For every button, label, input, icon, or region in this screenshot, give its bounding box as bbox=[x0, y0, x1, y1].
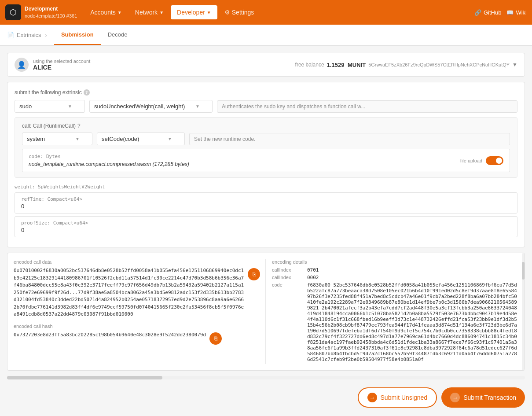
avatar: 👤 bbox=[15, 58, 29, 72]
tab-decode[interactable]: Decode bbox=[101, 25, 135, 45]
nav-accounts[interactable]: Accounts ▼ bbox=[84, 5, 128, 19]
github-icon: 🔗 bbox=[474, 9, 481, 16]
scrollbar-thumb bbox=[522, 262, 525, 280]
call-data-label: encoded call data bbox=[14, 259, 260, 265]
copy-call-hash-button[interactable]: ⎘ bbox=[209, 332, 222, 345]
call-data-value: 0x07010002f6830a0052bc537646db8e0528b52f… bbox=[14, 267, 244, 318]
encoded-left: encoded call data 0x07010002f6830a0052bc… bbox=[14, 259, 260, 364]
inner-call-form: call: Call (RuntimeCall) ? system ▼ setC… bbox=[15, 117, 517, 178]
code-val: f6830a00 52bc537646db8e0528b52ffd0058a41… bbox=[307, 282, 518, 362]
app-name: Development bbox=[25, 6, 77, 13]
tabs-bar: 📄 Extrinsics › Submission Decode bbox=[0, 25, 532, 46]
ref-time-field: refTime: Compact<u64> 0 bbox=[15, 192, 517, 214]
account-row: 👤 using the selected account ALICE free … bbox=[7, 53, 525, 77]
account-balance: 1.1529 MUNIT bbox=[327, 62, 366, 68]
submit-unsigned-button[interactable]: → Submit Unsigned bbox=[358, 387, 437, 408]
account-chevron-icon[interactable]: ▼ bbox=[512, 62, 517, 68]
scrollbar[interactable] bbox=[522, 253, 525, 370]
logo-icon: ⬡ bbox=[5, 4, 21, 20]
code-value: node_template_runtime.compact.compressed… bbox=[29, 161, 189, 167]
main-content: 👤 using the selected account ALICE free … bbox=[0, 46, 532, 416]
proof-size-value[interactable]: 0 bbox=[21, 227, 511, 233]
tab-submission[interactable]: Submission bbox=[54, 25, 101, 45]
call-index-2-key: callIndex bbox=[272, 275, 303, 280]
free-balance-label: free balance bbox=[295, 62, 324, 68]
call-select[interactable]: sudoUncheckedWeight(call, weight) ▼ bbox=[89, 100, 213, 113]
accounts-chevron-icon: ▼ bbox=[117, 10, 122, 15]
encoded-section: encoded call data 0x07010002f6830a0052bc… bbox=[7, 253, 525, 371]
extrinsic-form: submit the following extrinsic ? sudo ▼ … bbox=[7, 82, 525, 247]
code-key: code bbox=[272, 282, 303, 287]
submit-transaction-icon: → bbox=[450, 393, 460, 402]
inner-help-icon[interactable]: ? bbox=[77, 123, 81, 129]
call-hash-value: 0x7327203e8d23ff5a83bc202285c198b054b964… bbox=[14, 331, 206, 339]
nav-network[interactable]: Network ▼ bbox=[129, 5, 170, 19]
pallet-row: sudo ▼ sudoUncheckedWeight(call, weight)… bbox=[15, 100, 517, 113]
call-hash-label: encoded call hash bbox=[14, 324, 260, 329]
code-label: code: Bytes bbox=[29, 154, 189, 159]
inner-call-chevron-icon: ▼ bbox=[168, 136, 172, 141]
submit-transaction-button[interactable]: → Submit Transaction bbox=[441, 387, 525, 408]
breadcrumb[interactable]: 📄 Extrinsics bbox=[7, 32, 41, 38]
nav-items: Accounts ▼ Network ▼ Developer ▼ ⚙ Setti… bbox=[84, 5, 474, 19]
account-name: ALICE bbox=[33, 64, 90, 71]
inner-pallet-select[interactable]: system ▼ bbox=[22, 133, 92, 145]
inner-call-select[interactable]: setCode(code) ▼ bbox=[97, 133, 185, 145]
horizontal-scrollbar-thumb bbox=[7, 376, 162, 379]
copy-call-data-button[interactable]: ⎘ bbox=[248, 268, 260, 280]
extrinsic-section-label: submit the following extrinsic bbox=[15, 89, 82, 96]
call-index-1-key: callIndex bbox=[272, 267, 303, 272]
developer-chevron-icon: ▼ bbox=[207, 10, 211, 15]
encoding-details: encoding details callIndex 0701 callInde… bbox=[265, 259, 518, 364]
inner-call-label: call: Call (RuntimeCall) bbox=[22, 123, 76, 129]
inner-pallet-row: system ▼ setCode(code) ▼ Set the new run… bbox=[22, 133, 510, 145]
account-label: using the selected account bbox=[33, 59, 90, 64]
account-address: 5GrwvaEF5zXb26Fz9rcQpDWS57CtERHpNehXCPcN… bbox=[368, 62, 510, 67]
breadcrumb-sep: › bbox=[45, 31, 47, 39]
proof-size-field: proofSize: Compact<u64> 0 bbox=[15, 216, 517, 237]
bottom-actions: → Submit Unsigned → Submit Transaction bbox=[7, 382, 525, 413]
nav-github[interactable]: 🔗 GitHub bbox=[474, 9, 501, 16]
inner-call-description: Set the new runtime code. bbox=[189, 133, 510, 145]
call-chevron-icon: ▼ bbox=[195, 104, 200, 109]
horizontal-scrollbar[interactable] bbox=[7, 376, 525, 379]
ref-time-value[interactable]: 0 bbox=[21, 203, 511, 210]
extrinsics-icon: 📄 bbox=[7, 32, 14, 38]
top-nav: ⬡ Development node-template/100 #361 Acc… bbox=[0, 0, 532, 25]
proof-size-label: proofSize: Compact<u64> bbox=[21, 220, 511, 226]
call-description: Authenticates the sudo key and dispatche… bbox=[217, 100, 517, 113]
submit-unsigned-icon: → bbox=[367, 393, 377, 402]
settings-icon: ⚙ bbox=[224, 9, 230, 16]
app-sub: node-template/100 #361 bbox=[25, 13, 77, 19]
tab-list: Submission Decode bbox=[54, 25, 135, 45]
inner-pallet-chevron-icon: ▼ bbox=[75, 136, 80, 141]
file-upload-label: file upload bbox=[460, 158, 482, 163]
wiki-icon: 📖 bbox=[506, 9, 514, 16]
encoding-details-label: encoding details bbox=[272, 259, 518, 265]
nav-right: 🔗 GitHub 📖 Wiki bbox=[474, 9, 527, 16]
help-icon[interactable]: ? bbox=[84, 89, 90, 96]
file-upload-toggle[interactable] bbox=[486, 156, 503, 165]
nav-wiki[interactable]: 📖 Wiki bbox=[506, 9, 527, 16]
call-hash-block: encoded call hash 0x7327203e8d23ff5a83bc… bbox=[14, 324, 260, 345]
weight-label: weight: SpWeightsWeightV2Weight bbox=[15, 181, 517, 192]
network-chevron-icon: ▼ bbox=[159, 10, 164, 15]
nav-settings[interactable]: ⚙ Settings bbox=[218, 5, 260, 19]
pallet-chevron-icon: ▼ bbox=[68, 104, 72, 109]
nav-logo[interactable]: ⬡ Development node-template/100 #361 bbox=[5, 4, 77, 20]
call-data-block: encoded call data 0x07010002f6830a0052bc… bbox=[14, 259, 260, 318]
pallet-select[interactable]: sudo ▼ bbox=[15, 100, 85, 113]
nav-developer[interactable]: Developer ▼ bbox=[171, 5, 217, 19]
code-field: code: Bytes node_template_runtime.compac… bbox=[22, 149, 510, 172]
call-index-2-val: 0002 bbox=[307, 275, 518, 280]
ref-time-label: refTime: Compact<u64> bbox=[21, 196, 511, 202]
call-index-1-val: 0701 bbox=[307, 267, 518, 273]
